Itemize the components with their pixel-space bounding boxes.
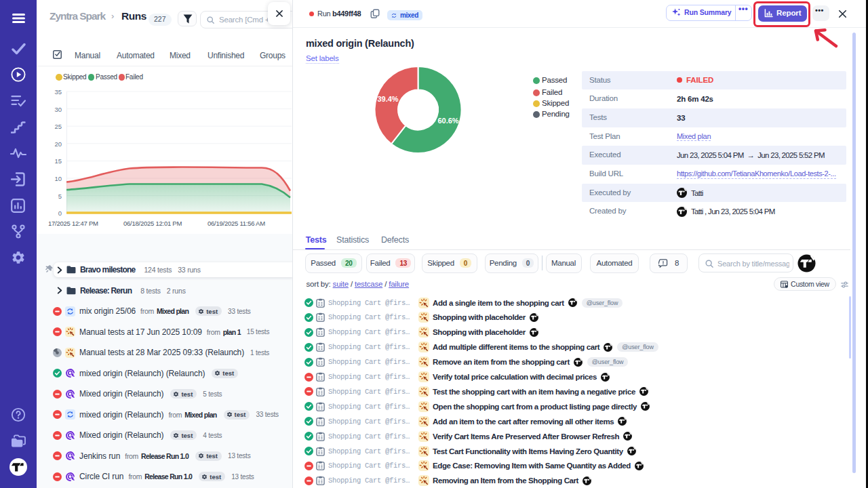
svg-text:60.6%: 60.6% [437, 117, 458, 125]
svg-text:39.4%: 39.4% [377, 95, 398, 103]
